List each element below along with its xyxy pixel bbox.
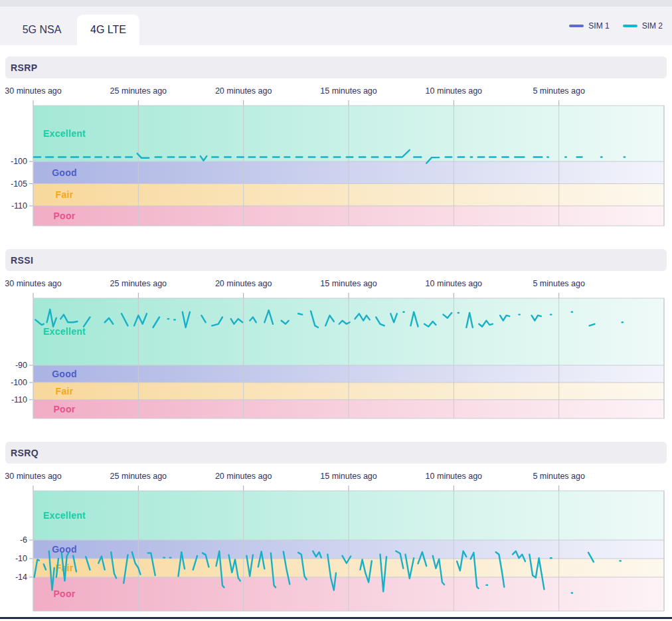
chart-section-rssi: RSSI 30 minutes ago25 minutes ago20 minu… [5, 249, 667, 419]
chart-title-rssi: RSSI [5, 249, 667, 271]
y-axis-tick-label: -6 [20, 535, 27, 545]
x-axis-label: 25 minutes ago [110, 86, 167, 96]
rsrq-chart: 30 minutes ago25 minutes ago20 minutes a… [0, 469, 672, 612]
sim1-line-swatch-icon [569, 25, 584, 27]
chart-section-rsrq: RSRQ 30 minutes ago25 minutes ago20 minu… [5, 442, 667, 612]
band-label-poor: Poor [53, 211, 75, 221]
tab-bar: 5G NSA 4G LTE SIM 1 SIM 2 [0, 7, 672, 45]
band-label-excellent: Excellent [43, 510, 86, 521]
chart-title-rsrq: RSRQ [5, 442, 667, 464]
x-axis-label: 5 minutes ago [533, 472, 585, 481]
band-label-good: Good [52, 369, 77, 379]
x-axis-label: 5 minutes ago [533, 86, 585, 96]
x-axis-label: 15 minutes ago [320, 279, 377, 288]
y-axis-tick-label: -100 [11, 378, 27, 387]
rsrp-chart: 30 minutes ago25 minutes ago20 minutes a… [0, 84, 672, 226]
y-axis-tick-label: -105 [11, 179, 27, 189]
band-label-fair: Fair [56, 386, 74, 397]
x-axis-label: 25 minutes ago [110, 472, 167, 481]
legend-item-sim2[interactable]: SIM 2 [623, 21, 663, 31]
section-title: RSRP [11, 62, 38, 73]
x-axis-label: 20 minutes ago [215, 86, 272, 96]
x-axis-label: 20 minutes ago [215, 472, 272, 481]
tab-5g-nsa[interactable]: 5G NSA [11, 15, 73, 45]
legend-item-sim1[interactable]: SIM 1 [569, 21, 609, 31]
x-axis-label: 5 minutes ago [533, 279, 585, 288]
band-label-fair: Fair [56, 189, 74, 200]
x-axis-label: 20 minutes ago [215, 279, 272, 288]
section-title: RSRQ [11, 448, 39, 458]
rsrp-x-axis-labels: 30 minutes ago25 minutes ago20 minutes a… [0, 84, 672, 100]
y-axis-tick-label: -14 [15, 573, 27, 582]
rssi-chart: 30 minutes ago25 minutes ago20 minutes a… [0, 276, 672, 419]
chart-title-rsrp: RSRP [5, 56, 667, 78]
chart-section-rsrp: RSRP 30 minutes ago25 minutes ago20 minu… [5, 56, 667, 226]
section-title: RSSI [11, 255, 33, 266]
x-axis-label: 30 minutes ago [5, 86, 61, 96]
legend-label: SIM 2 [642, 21, 663, 31]
band-label-poor: Poor [53, 588, 75, 599]
y-axis-tick-label: -90 [15, 361, 27, 370]
y-axis-tick-label: -10 [15, 554, 27, 563]
rsrq-plot-area: -6-10-14ExcellentGoodFairPoor [0, 486, 672, 612]
band-label-good: Good [52, 167, 77, 178]
band-label-good: Good [52, 544, 77, 555]
rssi-x-axis-labels: 30 minutes ago25 minutes ago20 minutes a… [0, 276, 672, 293]
x-axis-label: 15 minutes ago [320, 86, 377, 96]
y-axis-tick-label: -100 [11, 157, 27, 166]
chart-legend: SIM 1 SIM 2 [569, 7, 663, 45]
x-axis-label: 10 minutes ago [426, 472, 482, 481]
band-label-excellent: Excellent [43, 326, 86, 337]
band-label-excellent: Excellent [43, 128, 86, 139]
rsrq-x-axis-labels: 30 minutes ago25 minutes ago20 minutes a… [0, 469, 672, 486]
legend-label: SIM 1 [588, 21, 609, 31]
y-axis-tick-label: -110 [11, 395, 27, 404]
x-axis-label: 30 minutes ago [5, 472, 61, 481]
x-axis-label: 25 minutes ago [110, 279, 167, 288]
band-label-poor: Poor [53, 404, 75, 414]
top-strip [0, 0, 672, 7]
x-axis-label: 15 minutes ago [320, 472, 377, 481]
x-axis-label: 10 minutes ago [426, 86, 482, 96]
sim2-line-swatch-icon [623, 25, 637, 27]
y-axis-tick-label: -110 [11, 201, 27, 211]
x-axis-label: 30 minutes ago [5, 279, 61, 288]
tab-4g-lte[interactable]: 4G LTE [77, 15, 139, 45]
x-axis-label: 10 minutes ago [426, 279, 482, 288]
footer-accent-bar [0, 617, 672, 619]
charts-panel: RSRP 30 minutes ago25 minutes ago20 minu… [0, 56, 672, 612]
rsrp-plot-area: -100-105-110ExcellentGoodFairPoor [0, 100, 672, 226]
rssi-plot-area: -90-100-110ExcellentGoodFairPoor [0, 293, 672, 419]
